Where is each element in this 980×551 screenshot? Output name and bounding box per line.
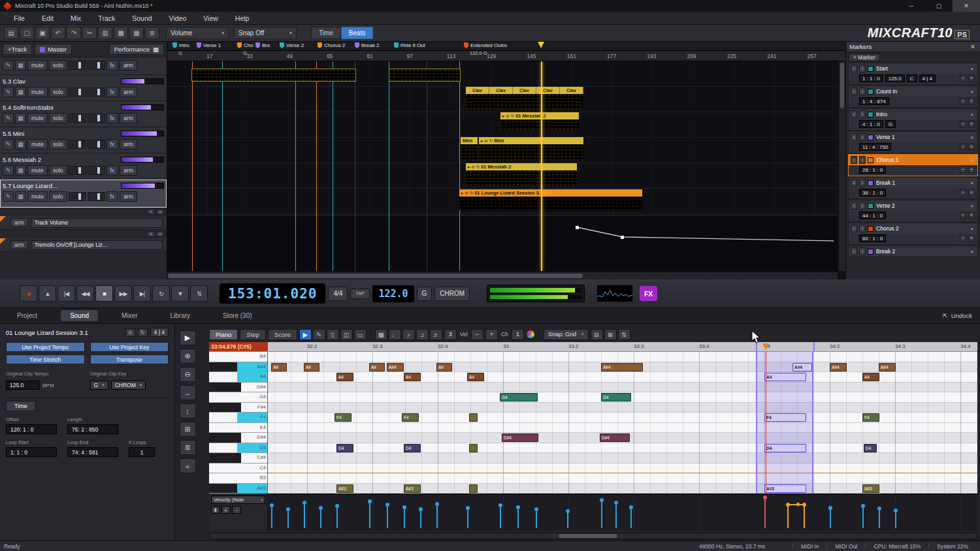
marker-decrement-button[interactable]: − [960, 98, 966, 104]
piano-roll-scrollbar[interactable] [209, 533, 977, 539]
clip-clav[interactable]: ClavClavClavClavClav [466, 87, 583, 109]
length-field[interactable]: 75: 2 : 850 [67, 424, 118, 434]
marker-key[interactable]: C [907, 74, 917, 82]
new-file-icon[interactable]: ▤ [4, 27, 18, 39]
midi-note[interactable]: A4 [336, 373, 353, 381]
velocity-handle[interactable] [336, 507, 338, 528]
midi-note[interactable]: A# [271, 363, 287, 371]
midi-note[interactable]: A#3 [336, 484, 353, 493]
marker-next-icon[interactable]: › [859, 65, 866, 72]
menu-view[interactable]: View [195, 14, 227, 22]
step-record-icon[interactable]: ▦ [375, 329, 387, 340]
velocity-handle[interactable] [567, 512, 568, 528]
piano-key-a4[interactable]: A4 [209, 372, 267, 383]
timeline-marker-flag-break-2[interactable]: Break 2 [355, 42, 380, 48]
solo-button[interactable]: solo [49, 139, 67, 150]
marker-delete-button[interactable]: × [968, 89, 975, 95]
instrument-icon[interactable]: ▦ [15, 113, 26, 123]
close-button[interactable]: ✕ [953, 0, 980, 12]
channel-value[interactable]: 1 [512, 329, 524, 340]
remove-automation-button[interactable]: × [156, 209, 164, 215]
maximize-button[interactable]: ▢ [925, 0, 953, 12]
vscroll-thumb[interactable] [840, 63, 844, 108]
fit-icon[interactable]: ⊞ [180, 422, 196, 437]
clip-mute-icon[interactable]: ⊘ [484, 138, 487, 144]
marker-item-break-2[interactable]: ‹›Break 2× [848, 245, 978, 257]
split-icon[interactable]: ▯ [327, 329, 339, 340]
velocity-handle[interactable] [601, 501, 602, 528]
marker-prev-icon[interactable]: ‹ [851, 202, 857, 210]
volume-slider[interactable] [69, 140, 86, 149]
velocity-handle[interactable] [500, 506, 501, 528]
clip-mute-icon[interactable]: ⊘ [465, 191, 468, 196]
menu-file[interactable]: File [5, 14, 33, 22]
rewind-button[interactable]: ◀◀ [76, 285, 94, 302]
settings-icon[interactable]: ≣ [145, 27, 159, 39]
marker-prev-icon[interactable]: ‹ [851, 65, 857, 72]
midi-note[interactable]: G4 [500, 393, 538, 401]
marker-decrement-button[interactable]: − [960, 235, 966, 242]
solo-button[interactable]: solo [49, 113, 67, 123]
automation-arm-button[interactable]: arm [10, 218, 28, 227]
marker-key[interactable]: G [885, 120, 896, 128]
piano-key-g4[interactable]: G4 [209, 392, 267, 403]
marker-decrement-button[interactable]: − [960, 121, 966, 127]
volume-slider[interactable] [69, 61, 86, 70]
midi-note[interactable]: A# [436, 363, 452, 371]
marker-increment-button[interactable]: + [968, 144, 975, 150]
pencil-icon[interactable]: ✎ [3, 139, 14, 150]
piano-key-c-4[interactable]: C#4 [209, 453, 267, 464]
clip-loop-icon[interactable]: ↻ [511, 114, 514, 119]
marker-decrement-button[interactable]: − [960, 212, 966, 219]
stop-button[interactable]: ■ [95, 285, 113, 302]
velocity-handle[interactable] [287, 510, 289, 528]
zoom-vertical-icon[interactable]: ↕ [180, 403, 196, 418]
tap-tempo-button[interactable]: TAP [350, 289, 370, 299]
mute-button[interactable]: mute [27, 113, 48, 123]
piano-key-e4[interactable]: E4 [209, 423, 267, 433]
timeline-marker-flag-verse-2[interactable]: Verse 2 [280, 42, 304, 48]
fx-button[interactable]: fx [106, 165, 119, 176]
pr-playhead-marker-icon[interactable] [762, 343, 769, 350]
velocity-handle[interactable] [879, 509, 880, 528]
midi-note[interactable]: A4 [764, 373, 806, 381]
marker-decrement-button[interactable]: − [960, 75, 966, 82]
marker-color-swatch[interactable] [868, 89, 874, 95]
velocity-handle[interactable] [436, 505, 438, 528]
tab-mixer[interactable]: Mixer [112, 310, 146, 321]
timeline-marker-flag-ride-it-out[interactable]: Ride it Out [394, 42, 425, 48]
piano-key-a-4[interactable]: A#4 [209, 362, 267, 373]
undo-icon[interactable]: ↶ [51, 27, 65, 39]
midi-note[interactable]: A4 [467, 373, 484, 381]
piano-key-a-3[interactable]: A#3 [209, 484, 267, 494]
loop-button[interactable]: ↻ [152, 285, 170, 302]
clip-loop-icon[interactable]: ↻ [470, 191, 473, 196]
tab-library[interactable]: Library [161, 310, 200, 321]
velocity-type-dropdown[interactable]: Velocity (Note [211, 496, 265, 504]
marker-color-swatch[interactable] [868, 226, 874, 232]
instrument-icon[interactable]: ▦ [15, 87, 26, 97]
note-grid[interactable]: A#A#A#A#4A#A#4A#4A#4A#4A4A4A4A4A4G4G4F4F… [268, 352, 977, 494]
clip-scale-dropdown[interactable]: CHROM [111, 381, 146, 390]
marker-next-icon[interactable]: › [859, 133, 866, 141]
midi-note[interactable]: A#4 [601, 363, 643, 371]
fx-button[interactable]: fx [106, 60, 119, 71]
piano-key-d4[interactable]: D4 [209, 443, 267, 454]
instrument-icon[interactable]: ▦ [15, 165, 26, 176]
solo-button[interactable]: solo [49, 165, 67, 176]
midi-note[interactable]: A#4 [879, 363, 896, 371]
automation-lane[interactable]: armTremolo On/Off [Lounge Liz... [0, 238, 167, 252]
instrument-icon[interactable]: ▦ [15, 139, 26, 150]
vel-line-icon[interactable]: ∠ [221, 506, 231, 514]
timeline-marker-flag-cho[interactable]: ChoG [237, 42, 253, 48]
piano-key-g-4[interactable]: G#4 [209, 383, 267, 393]
use-project-tempo-button[interactable]: Use Project Tempo [6, 342, 85, 352]
timeline-ruler[interactable]: 1733496581971131291451611771932092252412… [167, 51, 845, 61]
velocity-handle[interactable] [369, 502, 370, 528]
clip-pattern[interactable] [191, 69, 356, 82]
zoom-in-icon[interactable]: ⊕ [180, 349, 196, 364]
pencil-icon[interactable]: ✎ [3, 113, 14, 123]
solo-button[interactable]: solo [49, 87, 67, 97]
marker-delete-button[interactable]: × [968, 66, 975, 72]
marker-item-start[interactable]: ‹›Start×1 : 1 : 0125.0C4 | 4−+ [848, 63, 978, 85]
